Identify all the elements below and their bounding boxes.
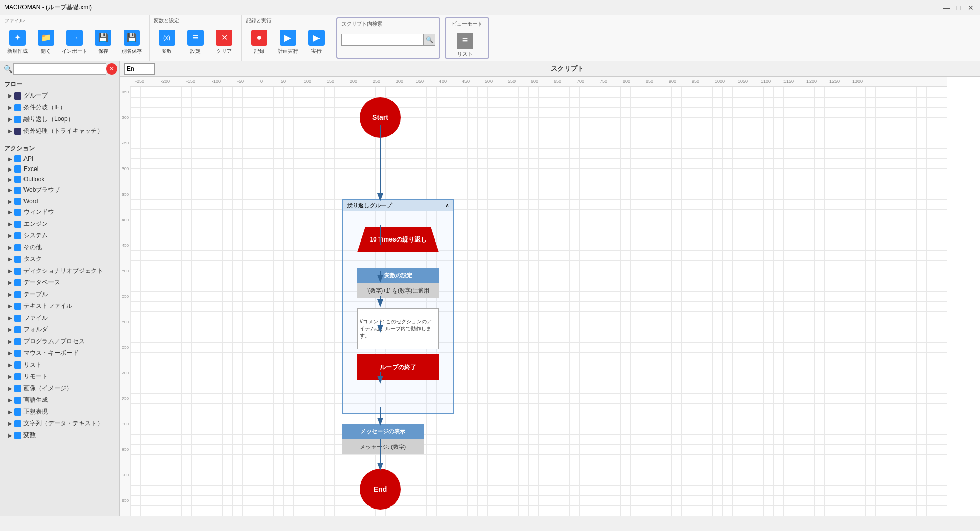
ribbon-viewmode-section: ビューモード ≡ リスト [445,17,489,59]
saveas-button[interactable]: 💾 別名保存 [118,27,145,57]
chevron-icon: ▶ [8,421,12,426]
import-button[interactable]: → インポート [61,27,88,57]
var-setting-detail-node[interactable]: '(数字)+1' を(数字)に適用 [357,283,439,298]
canvas-header-input[interactable] [124,63,155,75]
scheduled-run-button[interactable]: ▶ 計画実行 [275,27,301,57]
loop-end-container: ループの終了 [343,354,453,380]
sidebar-item-task[interactable]: ▶ タスク [0,253,119,265]
msg-detail-node[interactable]: メッセージ: (数字) [342,439,424,454]
chevron-icon: ▶ [8,292,12,297]
sidebar-item-list[interactable]: ▶ リスト [0,359,119,371]
sidebar-item-loop[interactable]: ▶ 繰り返し（Loop） [0,113,119,125]
chevron-icon: ▶ [8,187,12,193]
search-submit-button[interactable]: 🔍 [423,34,435,46]
dict-icon [14,268,21,275]
record-button[interactable]: ● 記録 [246,27,273,57]
v-ruler-mark: 600 [122,320,129,324]
clear-button[interactable]: ✕ クリア [211,27,237,57]
word-icon [14,198,21,205]
v-ruler-mark: 150 [122,90,129,94]
msg-display-label-node[interactable]: メッセージの表示 [342,424,424,439]
loop-10times-node[interactable]: 10 Timesの繰り返し [357,227,439,252]
sidebar-item-webbrowser[interactable]: ▶ Webブラウザ [0,184,119,196]
new-button[interactable]: ✦ 新規作成 [4,27,31,57]
run-button[interactable]: ▶ 実行 [303,27,330,57]
api-icon [14,155,21,162]
v-ruler-mark: 450 [122,243,129,248]
v-ruler-mark: 350 [122,192,129,197]
ribbon-vars-section: 変数と設定 (x) 変数 ≡ 設定 ✕ クリア [150,15,242,61]
loop-group-container[interactable]: 繰り返しグループ ∧ 10 Timesの繰り返し 変数の設 [342,199,454,414]
titlebar-title: MACROMAN - (ループ基礎.xml) [4,3,92,12]
loop-end-node[interactable]: ループの終了 [357,354,439,380]
chevron-icon: ▶ [8,432,12,438]
chevron-icon: ▶ [8,397,12,403]
mouse-icon [14,350,21,357]
sidebar-item-file[interactable]: ▶ ファイル [0,312,119,324]
sidebar-item-variables[interactable]: ▶ 変数 [0,429,119,441]
saveas-icon: 💾 [124,30,140,46]
sidebar-item-other[interactable]: ▶ その他 [0,242,119,253]
sidebar-search-bar: 🔍 ✕ [0,61,119,77]
ribbon: ファイル ✦ 新規作成 📁 開く → インポート 💾 保存 💾 別名保存 [0,15,980,61]
sidebar-item-api[interactable]: ▶ API [0,154,119,164]
sidebar-item-outlook[interactable]: ▶ Outlook [0,174,119,184]
variables-button[interactable]: (x) 変数 [154,27,180,57]
sidebar-item-textfile[interactable]: ▶ テキストファイル [0,300,119,312]
horizontal-ruler: -250 -200 -150 -100 -50 0 50 100 150 200… [130,77,947,87]
sidebar-item-engine[interactable]: ▶ エンジン [0,218,119,230]
sidebar-item-window[interactable]: ▶ ウィンドウ [0,206,119,218]
script-search-input[interactable] [341,34,423,46]
comment-node[interactable]: //コメント: このセクションのアイテムは、ループ内で動作します。 [357,308,439,349]
sidebar-item-string[interactable]: ▶ 文字列（データ・テキスト） [0,418,119,429]
maximize-button[interactable]: □ [953,3,964,13]
sidebar-item-excel[interactable]: ▶ Excel [0,164,119,174]
end-circle[interactable]: End [360,469,401,510]
v-ruler-mark: 700 [122,371,129,375]
chevron-icon: ▶ [8,233,12,238]
sidebar-item-folder[interactable]: ▶ フォルダ [0,324,119,335]
sidebar-item-regex[interactable]: ▶ 正規表現 [0,406,119,418]
scheduled-run-icon: ▶ [280,30,296,46]
sidebar-item-system[interactable]: ▶ システム [0,230,119,242]
sidebar-search-input[interactable] [13,63,106,75]
sidebar-item-trycatch[interactable]: ▶ 例外処理（トライキャッチ） [0,125,119,137]
sidebar-item-image[interactable]: ▶ 画像（イメージ） [0,382,119,394]
start-circle[interactable]: Start [360,97,401,138]
sidebar-item-if[interactable]: ▶ 条件分岐（IF） [0,102,119,113]
close-button[interactable]: ✕ [966,3,976,13]
ribbon-search-section: スクリプト内検索 🔍 [336,17,440,59]
chevron-icon: ▶ [8,93,12,99]
save-button[interactable]: 💾 保存 [90,27,116,57]
v-ruler-mark: 800 [122,422,129,426]
sidebar-item-word[interactable]: ▶ Word [0,196,119,206]
ribbon-search-label: スクリプト内検索 [341,20,435,28]
sidebar-item-langgen[interactable]: ▶ 言語生成 [0,394,119,406]
end-node[interactable]: End [360,469,401,510]
canvas-scroll[interactable]: -250 -200 -150 -100 -50 0 50 100 150 200… [130,77,980,516]
textfile-icon [14,303,21,310]
sidebar-item-program[interactable]: ▶ プログラム／プロセス [0,335,119,347]
ribbon-viewmode-buttons: ≡ リスト [452,30,482,60]
open-button[interactable]: 📁 開く [33,27,59,57]
sidebar-item-remote[interactable]: ▶ リモート [0,371,119,382]
sidebar-item-table[interactable]: ▶ テーブル [0,288,119,300]
program-icon [14,338,21,345]
window-icon [14,209,21,216]
minimize-button[interactable]: — [941,3,951,13]
clear-icon: ✕ [216,30,232,46]
sidebar-item-database[interactable]: ▶ データベース [0,277,119,288]
canvas-grid[interactable]: Start 繰り返しグループ ∧ 10 Timesの繰り返し [130,87,947,516]
sidebar-item-group[interactable]: ▶ グループ [0,90,119,102]
sidebar-item-mouse[interactable]: ▶ マウス・キーボード [0,347,119,359]
list-view-button[interactable]: ≡ リスト [452,30,478,60]
settings-button[interactable]: ≡ 設定 [182,27,209,57]
sidebar-clear-button[interactable]: ✕ [106,63,117,75]
webbrowser-icon [14,187,21,194]
sidebar-item-dict[interactable]: ▶ ディクショナリオブジェクト [0,265,119,277]
chevron-icon: ▶ [8,199,12,204]
variables-icon: (x) [159,30,175,46]
var-setting-label-node[interactable]: 変数の設定 [357,268,439,283]
start-node[interactable]: Start [360,97,401,138]
sidebar-content: フロー ▶ グループ ▶ 条件分岐（IF） ▶ 繰り返し（Loop） ▶ 例外処… [0,77,119,516]
